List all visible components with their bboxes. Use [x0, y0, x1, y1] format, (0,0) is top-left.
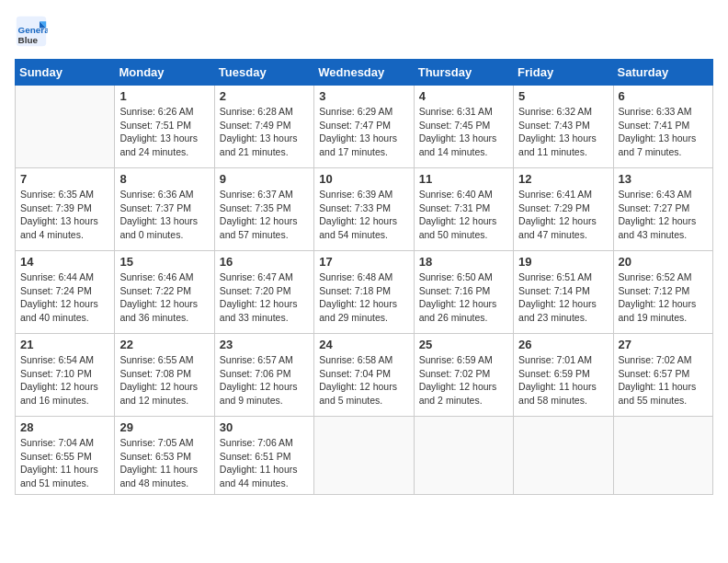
day-info: Sunrise: 6:50 AM Sunset: 7:16 PM Dayligh… [419, 270, 508, 325]
calendar-header: SundayMondayTuesdayWednesdayThursdayFrid… [16, 60, 713, 86]
logo-icon: General Blue [15, 15, 48, 48]
day-info: Sunrise: 6:43 AM Sunset: 7:27 PM Dayligh… [619, 188, 708, 242]
day-info: Sunrise: 7:02 AM Sunset: 6:57 PM Dayligh… [619, 353, 708, 408]
day-cell: 18Sunrise: 6:50 AM Sunset: 7:16 PM Dayli… [414, 251, 513, 334]
day-info: Sunrise: 7:04 AM Sunset: 6:55 PM Dayligh… [20, 436, 109, 490]
day-number: 28 [20, 420, 109, 434]
day-cell: 12Sunrise: 6:41 AM Sunset: 7:29 PM Dayli… [514, 168, 613, 251]
day-number: 24 [319, 338, 408, 351]
day-cell: 2Sunrise: 6:28 AM Sunset: 7:49 PM Daylig… [214, 86, 313, 168]
week-row-5: 28Sunrise: 7:04 AM Sunset: 6:55 PM Dayli… [16, 417, 713, 495]
day-cell: 23Sunrise: 6:57 AM Sunset: 7:06 PM Dayli… [214, 334, 313, 417]
day-header-thursday: Thursday [414, 60, 513, 86]
day-cell: 30Sunrise: 7:06 AM Sunset: 6:51 PM Dayli… [214, 417, 313, 495]
day-info: Sunrise: 6:29 AM Sunset: 7:47 PM Dayligh… [319, 105, 408, 159]
day-cell: 26Sunrise: 7:01 AM Sunset: 6:59 PM Dayli… [514, 334, 613, 417]
day-info: Sunrise: 6:35 AM Sunset: 7:39 PM Dayligh… [20, 188, 109, 242]
day-info: Sunrise: 6:51 AM Sunset: 7:14 PM Dayligh… [518, 270, 608, 325]
day-cell: 14Sunrise: 6:44 AM Sunset: 7:24 PM Dayli… [16, 251, 115, 334]
day-cell: 16Sunrise: 6:47 AM Sunset: 7:20 PM Dayli… [214, 251, 313, 334]
day-cell [414, 417, 513, 495]
day-cell: 7Sunrise: 6:35 AM Sunset: 7:39 PM Daylig… [16, 168, 115, 251]
page-header: General Blue [15, 15, 713, 48]
day-info: Sunrise: 7:06 AM Sunset: 6:51 PM Dayligh… [220, 436, 309, 490]
day-cell: 21Sunrise: 6:54 AM Sunset: 7:10 PM Dayli… [16, 334, 115, 417]
day-number: 1 [119, 89, 209, 103]
day-number: 5 [518, 89, 608, 103]
day-number: 15 [119, 255, 209, 269]
day-number: 9 [220, 172, 309, 186]
day-cell: 22Sunrise: 6:55 AM Sunset: 7:08 PM Dayli… [115, 334, 214, 417]
day-number: 23 [220, 338, 309, 351]
day-info: Sunrise: 7:01 AM Sunset: 6:59 PM Dayligh… [518, 353, 608, 408]
day-info: Sunrise: 6:48 AM Sunset: 7:18 PM Dayligh… [319, 270, 408, 325]
calendar-table: SundayMondayTuesdayWednesdayThursdayFrid… [15, 59, 713, 495]
day-cell: 28Sunrise: 7:04 AM Sunset: 6:55 PM Dayli… [16, 417, 115, 495]
day-number: 6 [619, 89, 708, 103]
day-info: Sunrise: 6:39 AM Sunset: 7:33 PM Dayligh… [319, 188, 408, 242]
day-cell: 10Sunrise: 6:39 AM Sunset: 7:33 PM Dayli… [314, 168, 414, 251]
day-header-sunday: Sunday [16, 60, 115, 86]
day-number: 29 [119, 420, 209, 434]
day-cell [16, 86, 115, 168]
day-number: 25 [419, 338, 508, 351]
day-info: Sunrise: 6:58 AM Sunset: 7:04 PM Dayligh… [319, 353, 408, 408]
day-cell: 27Sunrise: 7:02 AM Sunset: 6:57 PM Dayli… [613, 334, 712, 417]
day-info: Sunrise: 6:54 AM Sunset: 7:10 PM Dayligh… [20, 353, 109, 408]
day-header-friday: Friday [514, 60, 613, 86]
day-cell: 6Sunrise: 6:33 AM Sunset: 7:41 PM Daylig… [613, 86, 712, 168]
day-cell: 4Sunrise: 6:31 AM Sunset: 7:45 PM Daylig… [414, 86, 513, 168]
day-cell: 11Sunrise: 6:40 AM Sunset: 7:31 PM Dayli… [414, 168, 513, 251]
day-number: 4 [419, 89, 508, 103]
week-row-4: 21Sunrise: 6:54 AM Sunset: 7:10 PM Dayli… [16, 334, 713, 417]
logo: General Blue [15, 15, 51, 48]
calendar-body: 1Sunrise: 6:26 AM Sunset: 7:51 PM Daylig… [16, 86, 713, 495]
day-info: Sunrise: 6:52 AM Sunset: 7:12 PM Dayligh… [619, 270, 708, 325]
day-info: Sunrise: 6:46 AM Sunset: 7:22 PM Dayligh… [119, 270, 209, 325]
day-number: 16 [220, 255, 309, 269]
week-row-3: 14Sunrise: 6:44 AM Sunset: 7:24 PM Dayli… [16, 251, 713, 334]
svg-text:Blue: Blue [18, 35, 39, 45]
day-info: Sunrise: 6:55 AM Sunset: 7:08 PM Dayligh… [119, 353, 209, 408]
day-header-wednesday: Wednesday [314, 60, 414, 86]
day-header-saturday: Saturday [613, 60, 712, 86]
day-number: 3 [319, 89, 408, 103]
day-info: Sunrise: 6:47 AM Sunset: 7:20 PM Dayligh… [220, 270, 309, 325]
day-number: 26 [518, 338, 608, 351]
day-number: 20 [619, 255, 708, 269]
day-info: Sunrise: 6:33 AM Sunset: 7:41 PM Dayligh… [619, 105, 708, 159]
day-cell: 15Sunrise: 6:46 AM Sunset: 7:22 PM Dayli… [115, 251, 214, 334]
day-cell [514, 417, 613, 495]
day-cell: 19Sunrise: 6:51 AM Sunset: 7:14 PM Dayli… [514, 251, 613, 334]
day-number: 11 [419, 172, 508, 186]
day-header-monday: Monday [115, 60, 214, 86]
day-cell: 13Sunrise: 6:43 AM Sunset: 7:27 PM Dayli… [613, 168, 712, 251]
day-info: Sunrise: 6:59 AM Sunset: 7:02 PM Dayligh… [419, 353, 508, 408]
day-number: 27 [619, 338, 708, 351]
day-number: 21 [20, 338, 109, 351]
day-info: Sunrise: 6:31 AM Sunset: 7:45 PM Dayligh… [419, 105, 508, 159]
day-number: 17 [319, 255, 408, 269]
day-number: 2 [220, 89, 309, 103]
day-info: Sunrise: 6:57 AM Sunset: 7:06 PM Dayligh… [220, 353, 309, 408]
day-number: 18 [419, 255, 508, 269]
day-info: Sunrise: 6:44 AM Sunset: 7:24 PM Dayligh… [20, 270, 109, 325]
day-number: 19 [518, 255, 608, 269]
day-number: 30 [220, 420, 309, 434]
header-row: SundayMondayTuesdayWednesdayThursdayFrid… [16, 60, 713, 86]
day-cell: 24Sunrise: 6:58 AM Sunset: 7:04 PM Dayli… [314, 334, 414, 417]
day-cell [314, 417, 414, 495]
day-cell: 8Sunrise: 6:36 AM Sunset: 7:37 PM Daylig… [115, 168, 214, 251]
day-number: 8 [119, 172, 209, 186]
day-info: Sunrise: 6:41 AM Sunset: 7:29 PM Dayligh… [518, 188, 608, 242]
day-cell: 17Sunrise: 6:48 AM Sunset: 7:18 PM Dayli… [314, 251, 414, 334]
week-row-2: 7Sunrise: 6:35 AM Sunset: 7:39 PM Daylig… [16, 168, 713, 251]
week-row-1: 1Sunrise: 6:26 AM Sunset: 7:51 PM Daylig… [16, 86, 713, 168]
day-cell: 25Sunrise: 6:59 AM Sunset: 7:02 PM Dayli… [414, 334, 513, 417]
day-cell: 1Sunrise: 6:26 AM Sunset: 7:51 PM Daylig… [115, 86, 214, 168]
day-info: Sunrise: 6:26 AM Sunset: 7:51 PM Dayligh… [119, 105, 209, 159]
day-info: Sunrise: 6:32 AM Sunset: 7:43 PM Dayligh… [518, 105, 608, 159]
day-cell [613, 417, 712, 495]
day-cell: 3Sunrise: 6:29 AM Sunset: 7:47 PM Daylig… [314, 86, 414, 168]
day-info: Sunrise: 6:36 AM Sunset: 7:37 PM Dayligh… [119, 188, 209, 242]
